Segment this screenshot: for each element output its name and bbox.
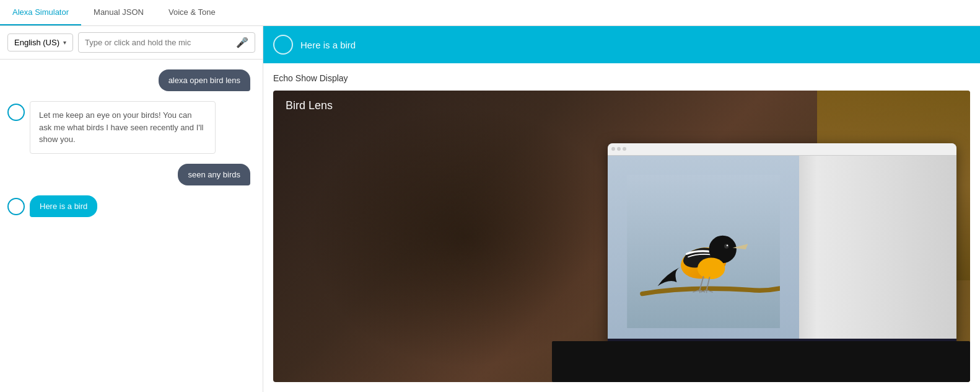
browser-dot-1 — [611, 147, 615, 151]
svg-point-4 — [724, 244, 728, 248]
bird-image-area — [608, 156, 799, 347]
echo-display-title: Echo Show Display — [273, 73, 970, 83]
bird-svg — [627, 175, 781, 328]
chat-area: alexa open bird lens Let me keep an eye … — [0, 60, 263, 392]
alexa-avatar-2 — [7, 198, 25, 215]
bird-lens-display: Bird Lens — [273, 91, 970, 382]
left-panel: English (US) ▾ 🎤 alexa open bird lens Le… — [0, 26, 263, 392]
alexa-bubble-1: Let me keep an eye on your birds! You ca… — [30, 101, 216, 154]
user-bubble-1: alexa open bird lens — [159, 69, 250, 91]
alexa-response-text: Here is a bird — [300, 40, 356, 50]
tab-voice-tone[interactable]: Voice & Tone — [156, 0, 228, 25]
voice-input-wrapper[interactable]: 🎤 — [78, 32, 255, 53]
input-row: English (US) ▾ 🎤 — [0, 26, 263, 60]
language-label: English (US) — [14, 38, 59, 47]
voice-input[interactable] — [85, 38, 231, 47]
alexa-message-1: Let me keep an eye on your birds! You ca… — [7, 101, 255, 154]
alexa-message-2: Here is a bird — [7, 195, 255, 217]
laptop-browser-bar — [608, 143, 956, 156]
browser-dot-2 — [617, 147, 621, 151]
alexa-response-icon — [273, 35, 293, 55]
laptop-keyboard — [552, 341, 970, 382]
svg-point-5 — [727, 244, 728, 246]
echo-display-section: Echo Show Display Bird Lens — [263, 63, 980, 392]
chevron-down-icon: ▾ — [63, 39, 66, 46]
alexa-bubble-2: Here is a bird — [30, 195, 97, 217]
alexa-avatar-1 — [7, 104, 25, 121]
echo-display-image: Bird Lens — [273, 91, 970, 382]
language-selector[interactable]: English (US) ▾ — [7, 33, 73, 51]
bird-lens-label: Bird Lens — [286, 99, 333, 112]
laptop-screen-inner — [608, 143, 956, 347]
user-message-1: alexa open bird lens — [7, 69, 255, 91]
mic-icon[interactable]: 🎤 — [236, 37, 248, 48]
tab-manual-json[interactable]: Manual JSON — [81, 0, 156, 25]
user-message-2: seen any birds — [7, 164, 255, 185]
svg-point-6 — [698, 257, 725, 279]
main-layout: English (US) ▾ 🎤 alexa open bird lens Le… — [0, 26, 980, 392]
laptop-screen — [608, 143, 956, 347]
browser-dot-3 — [623, 147, 626, 151]
alexa-response-bar: Here is a bird — [263, 26, 980, 63]
top-nav: Alexa Simulator Manual JSON Voice & Tone — [0, 0, 980, 26]
user-bubble-2: seen any birds — [178, 164, 250, 185]
tab-alexa-simulator[interactable]: Alexa Simulator — [0, 0, 81, 25]
right-panel: Here is a bird Echo Show Display Bird Le… — [263, 26, 980, 392]
lens-circle-effect — [308, 105, 621, 368]
